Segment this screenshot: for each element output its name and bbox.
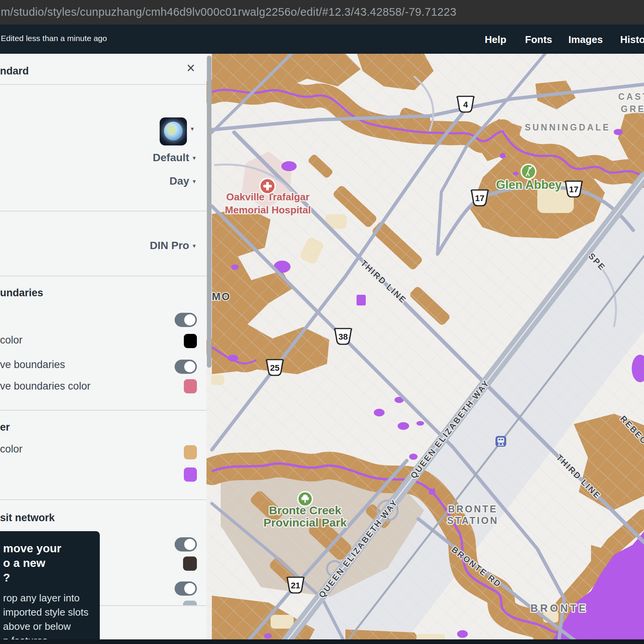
- label-park-line2: Provincial Park: [264, 516, 347, 529]
- divider: [0, 211, 206, 211]
- variant-value: Default: [153, 152, 189, 164]
- url-text[interactable]: m/studio/styles/cunpuzhang/cmh46d9lv000c…: [1, 6, 456, 18]
- move-layers-tooltip: move your o a new ? rop any layer into i…: [0, 531, 100, 644]
- label-sunningdale: SUNNINGDALE: [525, 122, 611, 132]
- chevron-down-icon: ▾: [193, 178, 196, 185]
- train-station-icon: [495, 436, 506, 447]
- label-castle-line1: CAST: [618, 92, 644, 102]
- boundaries-color-swatch[interactable]: [184, 334, 197, 348]
- menu-fonts[interactable]: Fonts: [525, 34, 552, 46]
- edit-status: Edited less than a minute ago: [1, 34, 107, 43]
- divider: [0, 84, 206, 85]
- shield-38: 38: [339, 332, 348, 342]
- divider: [0, 499, 206, 500]
- section-boundaries-heading: undaries: [0, 287, 43, 299]
- label-mo: MO: [212, 291, 231, 302]
- label-bronte-station-line1: BRONTE: [448, 504, 498, 514]
- admin-boundaries-color-swatch[interactable]: [184, 379, 197, 393]
- boundaries-toggle[interactable]: [175, 313, 197, 327]
- font-dropdown[interactable]: DIN Pro ▾: [150, 239, 196, 252]
- admin-boundaries-color-label: ve boundaries color: [0, 380, 91, 392]
- menu-help[interactable]: Help: [485, 34, 506, 46]
- thumbnail-caret-icon[interactable]: ▾: [191, 125, 194, 132]
- label-glen-abbey: Glen Abbey: [496, 178, 562, 192]
- tooltip-body: rop any layer into imported style slots …: [3, 591, 100, 644]
- browser-url-bar[interactable]: m/studio/styles/cunpuzhang/cmh46d9lv000c…: [0, 0, 644, 25]
- panel-scrollbar[interactable]: [207, 56, 211, 368]
- section-cover-heading: er: [0, 421, 10, 433]
- tooltip-heading: move your o a new ?: [3, 541, 100, 585]
- shield-21: 21: [291, 581, 300, 590]
- boundaries-color-label: color: [0, 334, 23, 346]
- hospital-icon: [260, 178, 275, 194]
- map-canvas[interactable]: SUNNINGDALE CAST GRE BRONTE STATION BRON…: [206, 54, 644, 644]
- admin-boundaries-label: ve boundaries: [0, 359, 65, 371]
- variant-dropdown[interactable]: Default ▾: [153, 152, 196, 164]
- divider: [0, 410, 206, 411]
- shield-17b: 17: [475, 193, 484, 203]
- cover-color-swatch[interactable]: [184, 445, 197, 459]
- section-transit-heading: sit network: [0, 512, 55, 524]
- label-bronte-station-line2: STATION: [447, 515, 499, 526]
- shield-17a: 17: [569, 185, 578, 194]
- menu-images[interactable]: Images: [568, 34, 603, 46]
- style-thumbnail-button[interactable]: [160, 117, 187, 145]
- chevron-down-icon: ▾: [193, 242, 196, 249]
- light-preset-dropdown[interactable]: Day ▾: [170, 175, 196, 187]
- transit-toggle[interactable]: [175, 537, 197, 552]
- label-castle-line2: GRE: [621, 104, 644, 114]
- preset-value: Day: [170, 175, 189, 187]
- shield-25: 25: [270, 363, 279, 373]
- label-hospital-line2: Memorial Hospital: [225, 204, 311, 216]
- map-svg: SUNNINGDALE CAST GRE BRONTE STATION BRON…: [206, 54, 644, 644]
- cover-color-label: color: [0, 443, 23, 455]
- transit-color-swatch[interactable]: [183, 556, 197, 571]
- label-bronte: BRONTE: [530, 603, 588, 614]
- font-value: DIN Pro: [150, 239, 189, 252]
- golf-icon: [521, 164, 536, 179]
- panel-title: ndard: [0, 65, 29, 77]
- park-tree-icon: [298, 492, 312, 506]
- admin-boundaries-toggle[interactable]: [175, 360, 197, 374]
- studio-header: Edited less than a minute ago Help Fonts…: [0, 25, 644, 54]
- close-icon[interactable]: ×: [187, 61, 195, 75]
- menu-history[interactable]: History: [620, 34, 644, 46]
- divider: [0, 276, 206, 276]
- bottom-bar: [0, 639, 644, 644]
- transit-toggle-2[interactable]: [175, 581, 197, 596]
- shield-4: 4: [463, 100, 468, 109]
- chevron-down-icon: ▾: [193, 154, 196, 162]
- cover-color2-swatch[interactable]: [184, 467, 197, 482]
